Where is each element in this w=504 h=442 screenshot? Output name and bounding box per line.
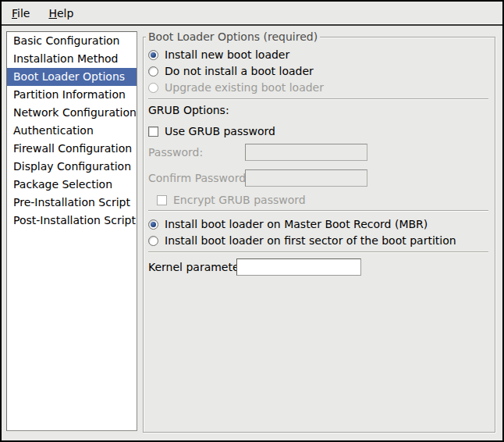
separator [148,98,488,100]
menu-help-mnemonic: H [48,7,57,20]
checkbox-icon-encrypt-grub-password [157,195,167,205]
checkbox-row-encrypt-grub-password: Encrypt GRUB password [157,193,488,207]
menu-file-label: ile [17,7,30,20]
kickstart-configurator-window: File Help Basic Configuration Installati… [0,0,504,442]
checkbox-label-encrypt-grub-password: Encrypt GRUB password [173,194,306,206]
separator [148,251,488,253]
menubar: File Help [2,2,502,26]
radio-icon-install-mbr[interactable] [148,219,158,230]
confirm-password-field-row: Confirm Password: [148,169,488,187]
sidebar-item-partition-information[interactable]: Partition Information [7,86,137,104]
confirm-password-input [245,169,367,187]
radio-label-install-first-sector[interactable]: Install boot loader on first sector of t… [165,234,456,247]
menu-file-mnemonic: F [12,7,17,20]
sidebar-item-basic-configuration[interactable]: Basic Configuration [7,32,137,50]
radio-icon-do-not-install[interactable] [148,66,158,77]
sidebar-item-package-selection[interactable]: Package Selection [7,176,137,194]
boot-loader-options-frame: Boot Loader Options (required) Install n… [143,37,495,433]
kernel-parameters-label: Kernel parameters: [148,261,236,273]
category-list: Basic Configuration Installation Method … [6,31,137,431]
radio-label-install-mbr[interactable]: Install boot loader on Master Boot Recor… [165,218,428,230]
radio-label-do-not-install[interactable]: Do not install a boot loader [165,65,314,77]
radio-row-install-first-sector[interactable]: Install boot loader on first sector of t… [148,233,488,248]
kernel-parameters-input[interactable] [236,258,361,276]
sidebar-item-firewall-configuration[interactable]: Firewall Configuration [7,140,137,158]
menu-help-label: elp [57,7,73,20]
radio-row-upgrade-existing: Upgrade existing boot loader [148,80,488,95]
radio-icon-upgrade-existing [148,83,158,93]
sidebar-item-authentication[interactable]: Authentication [7,122,137,140]
sidebar-item-installation-method[interactable]: Installation Method [7,50,137,68]
checkbox-label-use-grub-password[interactable]: Use GRUB password [165,125,275,137]
sidebar-item-network-configuration[interactable]: Network Configuration [7,104,137,122]
radio-row-install-new-boot-loader[interactable]: Install new boot loader [148,47,488,62]
password-input [245,144,367,161]
sidebar-item-pre-installation-script[interactable]: Pre-Installation Script [7,194,137,212]
radio-row-do-not-install[interactable]: Do not install a boot loader [148,63,488,79]
password-field-row: Password: [148,144,488,161]
kernel-parameters-row: Kernel parameters: [148,258,488,276]
sidebar-item-display-configuration[interactable]: Display Configuration [7,158,137,176]
radio-icon-install-first-sector[interactable] [148,236,158,246]
confirm-password-label: Confirm Password: [148,172,245,184]
sidebar-item-post-installation-script[interactable]: Post-Installation Script [7,212,137,230]
checkbox-icon-use-grub-password[interactable] [148,127,158,137]
radio-icon-install-new-boot-loader[interactable] [148,50,158,60]
radio-label-upgrade-existing: Upgrade existing boot loader [165,81,324,94]
radio-row-install-mbr[interactable]: Install boot loader on Master Boot Recor… [148,216,488,232]
password-label: Password: [148,146,245,159]
menu-file[interactable]: File [6,5,35,22]
menu-help[interactable]: Help [43,5,79,22]
radio-label-install-new-boot-loader[interactable]: Install new boot loader [165,48,289,61]
frame-title: Boot Loader Options (required) [146,30,320,43]
separator [148,210,488,212]
sidebar-item-boot-loader-options[interactable]: Boot Loader Options [7,68,137,86]
grub-options-label: GRUB Options: [148,104,488,117]
checkbox-row-use-grub-password[interactable]: Use GRUB password [148,124,488,138]
